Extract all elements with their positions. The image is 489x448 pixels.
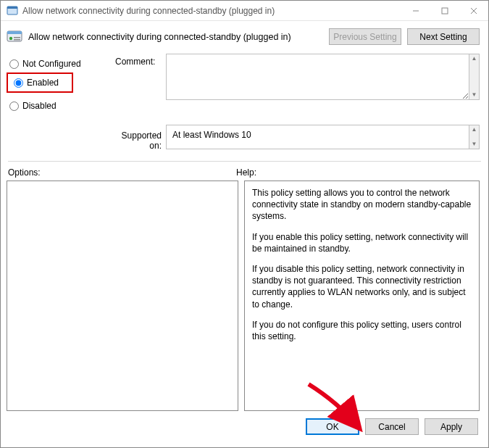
title-bar: Allow network connectivity during connec… (1, 1, 488, 21)
svg-rect-9 (14, 37, 20, 38)
svg-rect-1 (7, 7, 17, 9)
radio-enabled-input[interactable] (14, 78, 23, 88)
panes-row: This policy setting allows you to contro… (1, 181, 488, 411)
minimize-button[interactable] (401, 1, 430, 21)
help-pane: This policy setting allows you to contro… (244, 181, 480, 411)
pane-labels: Options: Help: (1, 162, 488, 181)
radio-enabled-label: Enabled (27, 78, 59, 88)
dialog-footer: OK Cancel Apply (1, 411, 488, 435)
supported-scrollbar[interactable]: ▲ ▼ (469, 125, 480, 149)
help-paragraph: If you disable this policy setting, netw… (252, 263, 472, 310)
svg-rect-7 (7, 31, 22, 34)
help-paragraph: This policy setting allows you to contro… (252, 187, 472, 223)
header-row: Allow network connectivity during connec… (1, 21, 488, 51)
apply-button[interactable]: Apply (425, 418, 478, 435)
radio-not-configured[interactable]: Not Configured (7, 55, 115, 72)
radio-not-configured-label: Not Configured (22, 59, 81, 69)
comment-scrollbar[interactable]: ▲ ▼ (469, 54, 480, 100)
settings-upper-grid: Not Configured Enabled Disabled Comment:… (1, 51, 488, 115)
svg-rect-10 (14, 39, 20, 41)
supported-on-value: At least Windows 10 (166, 125, 469, 149)
policy-icon (7, 29, 22, 45)
help-paragraph: If you enable this policy setting, netwo… (252, 231, 472, 254)
close-button[interactable] (459, 1, 488, 21)
radio-disabled-label: Disabled (22, 101, 57, 111)
radio-not-configured-input[interactable] (9, 59, 19, 69)
scroll-up-icon: ▲ (472, 54, 477, 63)
comment-label: Comment: (115, 51, 166, 115)
cancel-button[interactable]: Cancel (365, 418, 419, 435)
enabled-highlight-annotation: Enabled (7, 72, 73, 93)
supported-on-row: Supported on: At least Windows 10 ▲ ▼ (1, 115, 488, 151)
svg-point-8 (9, 36, 12, 39)
supported-on-label: Supported on: (115, 125, 166, 151)
comment-textarea[interactable] (166, 54, 469, 100)
maximize-button[interactable] (430, 1, 459, 21)
policy-heading: Allow network connectivity during connec… (28, 32, 323, 42)
scroll-up-icon: ▲ (472, 125, 477, 134)
radio-enabled[interactable]: Enabled (11, 74, 69, 91)
radio-disabled[interactable]: Disabled (7, 97, 115, 115)
svg-rect-3 (442, 8, 448, 14)
scroll-down-icon: ▼ (472, 140, 477, 149)
help-label: Help: (236, 167, 256, 178)
scroll-down-icon: ▼ (472, 91, 477, 99)
options-pane (7, 181, 238, 411)
options-label: Options: (8, 167, 236, 178)
radio-group: Not Configured Enabled Disabled (7, 51, 115, 115)
next-setting-button[interactable]: Next Setting (407, 28, 480, 45)
previous-setting-button[interactable]: Previous Setting (329, 28, 401, 45)
window-app-icon (7, 5, 18, 17)
window-title: Allow network connectivity during connec… (22, 6, 401, 16)
ok-button[interactable]: OK (306, 418, 359, 435)
radio-disabled-input[interactable] (9, 101, 19, 111)
help-paragraph: If you do not configure this policy sett… (252, 319, 472, 342)
